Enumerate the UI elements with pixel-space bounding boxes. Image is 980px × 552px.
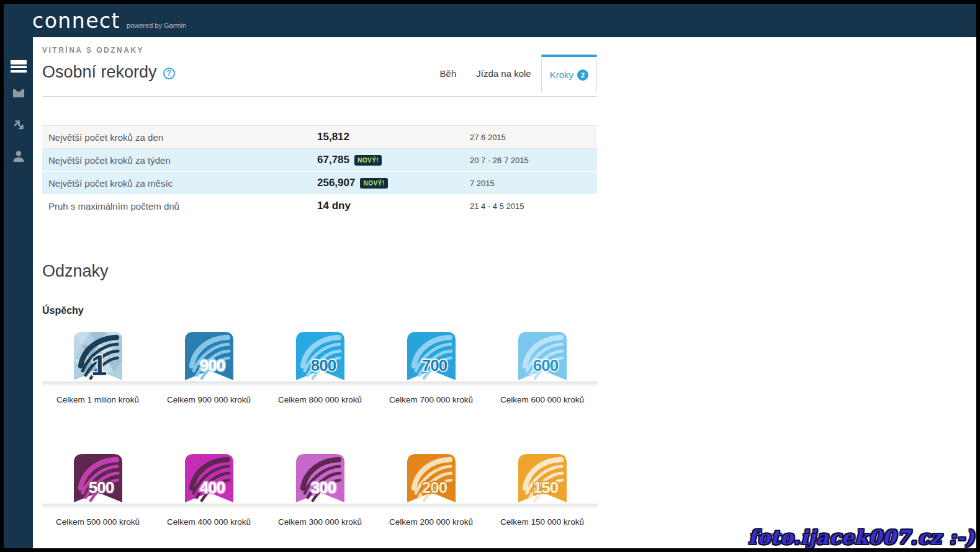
- badge: 1Celkem 1 milion kroků: [42, 332, 153, 404]
- svg-text:800: 800: [310, 356, 336, 375]
- tab-steps-label: Kroky: [550, 69, 573, 80]
- record-value: 256,907: [317, 177, 355, 189]
- record-label: Největší počet kroků za měsíc: [48, 178, 317, 189]
- svg-text:300: 300: [310, 478, 336, 497]
- record-date: 21 4 - 4 5 2015: [470, 202, 597, 211]
- new-badge: NOVÝ!: [354, 155, 382, 166]
- tab-steps-count-badge: 2: [577, 69, 588, 81]
- tab-run-label: Běh: [440, 68, 457, 79]
- inbox-icon[interactable]: [4, 78, 33, 109]
- title-divider: [42, 96, 597, 97]
- svg-text:150: 150: [533, 478, 558, 497]
- badge-shelf-shadow: [264, 504, 375, 510]
- badge-label: Celkem 1 milion kroků: [56, 395, 139, 404]
- badge: 700Celkem 700 000 kroků: [375, 332, 487, 404]
- transfer-arrows-icon[interactable]: [4, 109, 33, 140]
- badge-label: Celkem 400 000 kroků: [167, 517, 251, 527]
- tab-run[interactable]: Běh: [430, 55, 467, 92]
- profile-icon[interactable]: [4, 141, 33, 172]
- garmin-connect-logo[interactable]: connect powered by Garmin: [32, 9, 186, 33]
- badge-ribbon-wing-icon: 200: [407, 454, 456, 502]
- tab-bar: Běh Jízda na kole Kroky 2: [430, 55, 597, 92]
- badge-label: Celkem 150 000 kroků: [500, 517, 584, 527]
- sidebar: [4, 37, 33, 548]
- badge-grid: 1Celkem 1 milion kroků900Celkem 900 000 …: [42, 332, 598, 527]
- badge: 300Celkem 300 000 kroků: [264, 454, 375, 527]
- badges-subheading: Úspěchy: [42, 305, 84, 316]
- app-header: connect powered by Garmin: [4, 4, 976, 37]
- badges-heading: Odznaky: [42, 262, 109, 281]
- breadcrumb: VITRÍNA S ODZNAKY: [42, 46, 144, 55]
- record-value: 14 dny: [317, 200, 351, 212]
- badge: 600Celkem 600 000 kroků: [487, 332, 598, 404]
- badge-label: Celkem 500 000 kroků: [56, 517, 140, 527]
- screenshot-frame: connect powered by Garmin VITRÍNA S: [0, 0, 980, 552]
- record-label: Největší počet kroků za týden: [48, 155, 317, 166]
- record-date: 20 7 - 26 7 2015: [470, 156, 597, 165]
- badge-shelf-shadow: [487, 381, 598, 388]
- watermark: foto.ijacek007.cz :-): [748, 526, 975, 548]
- badge-ribbon-wing-icon: 1: [74, 332, 122, 380]
- badge-ribbon-wing-icon: 900: [185, 332, 233, 380]
- table-row: Největší počet kroků za měsíc 256,907 NO…: [42, 172, 597, 195]
- badge-shelf-shadow: [375, 504, 487, 510]
- menu-icon[interactable]: [4, 46, 33, 77]
- svg-text:200: 200: [421, 478, 447, 497]
- badge-shelf-shadow: [153, 504, 264, 510]
- record-value: 15,812: [317, 131, 349, 143]
- badge: 150Celkem 150 000 kroků: [487, 454, 598, 527]
- badge: 500Celkem 500 000 kroků: [42, 454, 153, 527]
- records-table: Největší počet kroků za den 15,812 27 6 …: [42, 125, 597, 218]
- record-date: 7 2015: [470, 179, 597, 188]
- badge: 200Celkem 200 000 kroků: [375, 454, 487, 527]
- record-label: Největší počet kroků za den: [48, 132, 317, 143]
- record-date: 27 6 2015: [470, 133, 597, 142]
- badge-ribbon-wing-icon: 600: [518, 332, 567, 380]
- help-icon[interactable]: ?: [163, 68, 175, 79]
- badge-shelf-shadow: [487, 504, 598, 510]
- logo-text: connect: [32, 9, 120, 33]
- badge: 400Celkem 400 000 kroků: [153, 454, 264, 527]
- badge: 800Celkem 800 000 kroků: [264, 332, 375, 404]
- badge-shelf-shadow: [42, 504, 153, 510]
- svg-text:700: 700: [421, 356, 447, 375]
- page-title: Osobní rekordy: [42, 63, 157, 82]
- table-row: Největší počet kroků za týden 67,785 NOV…: [42, 149, 597, 172]
- record-label: Pruh s maximálním počtem dnů: [48, 201, 317, 211]
- svg-text:600: 600: [533, 356, 558, 375]
- badge-ribbon-wing-icon: 700: [407, 332, 456, 380]
- badge-label: Celkem 700 000 kroků: [389, 395, 473, 404]
- logo-tagline: powered by Garmin: [127, 22, 186, 29]
- badge-ribbon-wing-icon: 300: [296, 454, 344, 502]
- badge-shelf-shadow: [375, 381, 487, 388]
- badge-shelf-shadow: [42, 381, 153, 388]
- tab-cycling-label: Jízda na kole: [476, 68, 531, 79]
- badge-ribbon-wing-icon: 800: [296, 332, 344, 380]
- new-badge: NOVÝ!: [360, 178, 387, 189]
- badge-ribbon-wing-icon: 500: [74, 454, 122, 502]
- svg-text:400: 400: [199, 478, 225, 497]
- badge-label: Celkem 300 000 kroků: [278, 517, 362, 527]
- badge-ribbon-wing-icon: 150: [518, 454, 567, 502]
- table-row: Největší počet kroků za den 15,812 27 6 …: [42, 126, 597, 149]
- svg-text:1: 1: [91, 349, 106, 380]
- tab-steps[interactable]: Kroky 2: [541, 55, 597, 92]
- svg-text:500: 500: [88, 478, 114, 497]
- record-value: 67,785: [317, 154, 349, 166]
- svg-text:900: 900: [199, 356, 225, 375]
- badge-label: Celkem 900 000 kroků: [167, 395, 251, 404]
- badge-shelf-shadow: [153, 381, 264, 388]
- badge-shelf-shadow: [264, 381, 375, 388]
- badge-label: Celkem 600 000 kroků: [500, 395, 584, 404]
- table-row: Pruh s maximálním počtem dnů 14 dny 21 4…: [42, 195, 597, 218]
- badge: 900Celkem 900 000 kroků: [153, 332, 264, 404]
- badge-ribbon-wing-icon: 400: [185, 454, 233, 502]
- badge-label: Celkem 800 000 kroků: [278, 395, 362, 404]
- badge-label: Celkem 200 000 kroků: [389, 517, 473, 527]
- tab-cycling[interactable]: Jízda na kole: [466, 55, 541, 92]
